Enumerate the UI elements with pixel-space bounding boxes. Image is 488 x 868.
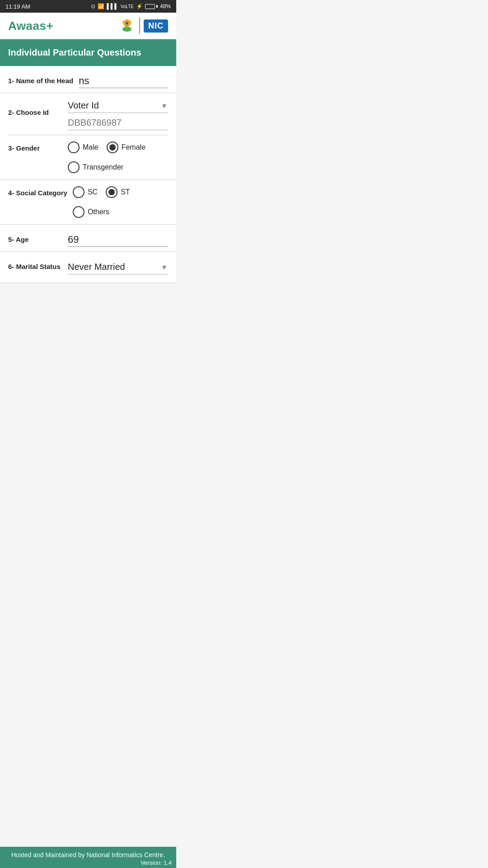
marital-dropdown-arrow-icon: ▾: [162, 262, 166, 272]
q3-field: Male Female Transgender: [68, 142, 168, 173]
svg-point-5: [129, 21, 131, 24]
q6-label: 6- Marital Status: [8, 260, 62, 271]
q6-field: Never Married ▾: [68, 260, 168, 274]
social-others-radio[interactable]: [73, 206, 84, 218]
marital-status-value: Never Married: [68, 262, 125, 272]
social-category-radio-group: SC ST Others: [73, 186, 168, 218]
gender-female-label: Female: [122, 143, 145, 151]
svg-point-3: [126, 22, 128, 24]
section-header: Individual Particular Questions: [0, 39, 176, 66]
social-st-option[interactable]: ST: [106, 186, 130, 198]
wifi-icon: 📶: [98, 3, 104, 9]
social-st-label: ST: [121, 188, 130, 196]
q3-label: 3- Gender: [8, 142, 62, 153]
social-others-option[interactable]: Others: [73, 206, 109, 218]
form-content: 1- Name of the Head 2- Choose Id Voter I…: [0, 66, 176, 283]
social-sc-option[interactable]: SC: [73, 186, 98, 198]
q1-row: 1- Name of the Head: [0, 66, 176, 93]
status-time: 11:19 AM: [5, 3, 30, 10]
q1-label: 1- Name of the Head: [8, 74, 73, 85]
social-sc-label: SC: [88, 188, 98, 196]
svg-point-4: [123, 21, 126, 24]
name-of-head-input[interactable]: [79, 74, 168, 88]
q2-dropdown-row: 2- Choose Id Voter Id ▾: [0, 93, 176, 130]
gender-female-radio[interactable]: [107, 142, 118, 153]
section-title: Individual Particular Questions: [8, 47, 141, 57]
battery-percent: 48%: [160, 3, 171, 9]
gender-radio-group: Male Female Transgender: [68, 142, 168, 173]
nic-badge: NIC: [144, 19, 168, 33]
q1-field: [79, 74, 168, 88]
q6-row: 6- Marital Status Never Married ▾: [0, 252, 176, 283]
gender-male-radio[interactable]: [68, 142, 80, 153]
charging-icon: ⚡: [136, 3, 143, 9]
location-icon: ⊙: [91, 3, 95, 9]
marital-status-dropdown[interactable]: Never Married ▾: [68, 260, 168, 274]
q4-row: 4- Social Category SC ST Others: [0, 180, 176, 225]
app-title: Awaas+: [8, 19, 53, 33]
q3-row: 3- Gender Male Female Transgender: [0, 135, 176, 180]
social-sc-radio[interactable]: [73, 186, 84, 198]
header-logo: NIC: [118, 17, 168, 34]
choose-id-value: Voter Id: [68, 100, 99, 111]
q5-row: 5- Age: [0, 225, 176, 252]
gender-male-option[interactable]: Male: [68, 142, 99, 153]
emblem-icon: [118, 17, 136, 34]
choose-id-dropdown[interactable]: Voter Id ▾: [68, 99, 168, 113]
gender-male-label: Male: [83, 143, 99, 151]
social-st-radio[interactable]: [106, 186, 117, 198]
q4-field: SC ST Others: [73, 186, 168, 218]
gender-transgender-radio[interactable]: [68, 161, 80, 173]
status-bar: 11:19 AM ⊙ 📶 ▌▌▌ VoLTE ⚡ 48%: [0, 0, 176, 13]
q5-label: 5- Age: [8, 233, 62, 244]
signal-icon: ▌▌▌: [107, 3, 118, 9]
dropdown-arrow-icon: ▾: [162, 101, 166, 111]
id-number-input[interactable]: [68, 116, 168, 130]
q4-label: 4- Social Category: [8, 186, 67, 198]
lte-icon: VoLTE: [121, 4, 134, 9]
app-header: Awaas+ NIC: [0, 13, 176, 39]
gender-female-option[interactable]: Female: [107, 142, 145, 153]
social-others-label: Others: [88, 208, 109, 216]
gender-transgender-label: Transgender: [83, 163, 123, 171]
q5-field: [68, 233, 168, 247]
age-input[interactable]: [68, 233, 168, 247]
q2-field: Voter Id ▾: [68, 99, 168, 130]
status-icons: ⊙ 📶 ▌▌▌ VoLTE ⚡ 48%: [91, 3, 171, 9]
q2-label: 2- Choose Id: [8, 99, 62, 117]
gender-transgender-option[interactable]: Transgender: [68, 161, 123, 173]
logo-divider: [139, 18, 140, 34]
battery-indicator: [145, 4, 158, 9]
svg-point-1: [123, 27, 131, 32]
